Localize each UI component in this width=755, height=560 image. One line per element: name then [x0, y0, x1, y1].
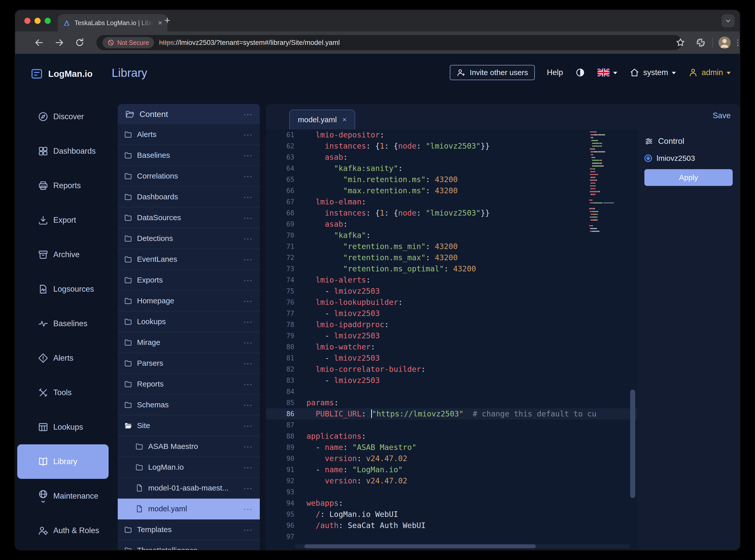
tree-row-threatintelligence[interactable]: ThreatIntelligence ···: [118, 540, 260, 550]
tree-row-menu-button[interactable]: ···: [243, 172, 253, 180]
tab-search-button[interactable]: [721, 14, 735, 27]
sidebar-item-dashboards[interactable]: Dashboards: [17, 134, 108, 168]
sidebar-item-lookups[interactable]: Lookups: [17, 410, 108, 444]
tree-row-label: Homepage: [137, 297, 174, 305]
extensions-puzzle-icon[interactable]: [695, 37, 706, 48]
tree-row-menu-button[interactable]: ···: [243, 276, 253, 284]
tree-row-eventlanes[interactable]: EventLanes ···: [118, 249, 260, 270]
sidebar-item-auth-roles[interactable]: Auth & Roles: [17, 513, 108, 548]
brand[interactable]: LogMan.io: [31, 67, 93, 80]
tree-row-logman-io[interactable]: LogMan.io ···: [118, 457, 260, 478]
tab-close-button[interactable]: ×: [158, 19, 162, 27]
tree-row-menu-button[interactable]: ···: [243, 484, 253, 492]
sidebar-item-discover[interactable]: Discover: [17, 99, 108, 134]
sidebar-item-reports[interactable]: Reports: [17, 168, 108, 203]
sidebar-item-label: Baselines: [53, 319, 87, 328]
not-secure-badge[interactable]: Not Secure: [102, 37, 154, 48]
tree-row-mirage[interactable]: Mirage ···: [118, 332, 260, 353]
horizontal-scrollbar[interactable]: [304, 544, 536, 548]
invite-users-button[interactable]: Invite other users: [450, 65, 535, 80]
tree-row-menu-button[interactable]: ···: [243, 400, 253, 409]
theme-toggle-button[interactable]: [575, 67, 585, 78]
folder-open-icon: [125, 109, 135, 119]
bookmark-star-icon[interactable]: [675, 37, 686, 48]
sidebar-item-archive[interactable]: Archive: [17, 237, 108, 272]
editor-tab-model-yaml[interactable]: model.yaml ×: [289, 109, 355, 129]
tree-row-menu-button[interactable]: ···: [243, 525, 253, 534]
sidebar-item-logsources[interactable]: Logsources: [17, 272, 108, 306]
sidebar-item-library[interactable]: Library: [17, 444, 108, 479]
reload-button[interactable]: [74, 37, 85, 48]
tree-row-menu-button[interactable]: ···: [243, 504, 253, 513]
profile-avatar[interactable]: [718, 37, 731, 49]
tree-row-exports[interactable]: Exports ···: [118, 270, 260, 291]
tree-row-baselines[interactable]: Baselines ···: [118, 145, 260, 166]
address-bar[interactable]: Not Secure https://lmiovz2503/?tenant=sy…: [96, 35, 682, 50]
tree-row-menu-button[interactable]: ···: [243, 463, 253, 472]
sidebar-item-export[interactable]: Export: [17, 203, 108, 237]
browser-menu-button[interactable]: ⋮: [733, 37, 740, 49]
tree-row-parsers[interactable]: Parsers ···: [118, 353, 260, 374]
language-selector[interactable]: [597, 68, 617, 77]
sidebar-item-baselines[interactable]: Baselines: [17, 306, 108, 341]
save-button[interactable]: Save: [713, 111, 731, 120]
sidebar-item-label: Tools: [53, 388, 72, 397]
tree-row-model-01-asab-maest[interactable]: model-01-asab-maest... ···: [118, 478, 260, 499]
file-icon: [135, 484, 144, 492]
folder-icon: [124, 234, 133, 243]
sidebar-item-alerts[interactable]: Alerts: [17, 341, 108, 375]
back-button[interactable]: [34, 37, 45, 48]
tree-row-homepage[interactable]: Homepage ···: [118, 291, 260, 312]
tree-row-lookups[interactable]: Lookups ···: [118, 312, 260, 332]
code-editor[interactable]: 61 lmio-depositor: 62 instances: {1: {no…: [266, 129, 637, 550]
tree-row-datasources[interactable]: DataSources ···: [118, 207, 260, 228]
tree-row-menu-button[interactable]: ···: [243, 421, 253, 430]
help-link[interactable]: Help: [547, 68, 563, 77]
tree-row-menu-button[interactable]: ···: [243, 338, 253, 347]
tree-row-menu-button[interactable]: ···: [243, 130, 253, 139]
tree-row-templates[interactable]: Templates ···: [118, 519, 260, 540]
apply-button[interactable]: Apply: [644, 169, 733, 186]
tree-row-menu-button[interactable]: ···: [243, 380, 253, 388]
tree-row-site[interactable]: Site ···: [118, 416, 260, 436]
window-zoom-button[interactable]: [45, 18, 51, 24]
tree-row-menu-button[interactable]: ···: [243, 297, 253, 305]
line-number: 92: [266, 475, 294, 486]
tree-panel-menu-button[interactable]: ···: [243, 110, 253, 118]
minimap[interactable]: [589, 131, 618, 238]
tree-row-menu-button[interactable]: ···: [243, 546, 253, 550]
tree-row-menu-button[interactable]: ···: [243, 193, 253, 201]
line-number: 65: [266, 174, 294, 185]
tree-row-detections[interactable]: Detections ···: [118, 228, 260, 249]
user-menu[interactable]: admin: [688, 67, 731, 78]
sidebar-item-label: Auth & Roles: [53, 526, 99, 535]
tree-row-model-yaml[interactable]: model.yaml ···: [118, 499, 260, 519]
tree-row-reports[interactable]: Reports ···: [118, 374, 260, 395]
tree-row-menu-button[interactable]: ···: [243, 359, 253, 367]
editor-tab-close-button[interactable]: ×: [342, 116, 346, 124]
new-tab-button[interactable]: +: [164, 15, 170, 26]
tree-row-menu-button[interactable]: ···: [243, 317, 253, 326]
sidebar-item-maintenance[interactable]: Maintenance: [17, 479, 108, 513]
tree-row-menu-button[interactable]: ···: [243, 255, 253, 263]
tree-row-dashboards[interactable]: Dashboards ···: [118, 187, 260, 207]
tree-row-menu-button[interactable]: ···: [243, 151, 253, 160]
forward-button[interactable]: [54, 37, 65, 48]
tree-row-correlations[interactable]: Correlations ···: [118, 166, 260, 187]
tree-row-alerts[interactable]: Alerts ···: [118, 124, 260, 145]
tenant-selector[interactable]: system: [630, 67, 676, 78]
tree-row-asab-maestro[interactable]: ASAB Maestro ···: [118, 436, 260, 457]
tree-row-menu-button[interactable]: ···: [243, 234, 253, 243]
tree-row-schemas[interactable]: Schemas ···: [118, 395, 260, 416]
window-close-button[interactable]: [24, 18, 31, 24]
node-radio-option[interactable]: lmiovz2503: [644, 154, 733, 163]
window-minimize-button[interactable]: [35, 18, 41, 24]
sidebar-item-tools[interactable]: Tools: [17, 375, 108, 410]
code-line: 79 - lmiovz2503: [266, 330, 637, 341]
vertical-scrollbar[interactable]: [630, 389, 635, 498]
tree-row-menu-button[interactable]: ···: [243, 213, 253, 222]
tree-row-menu-button[interactable]: ···: [243, 442, 253, 451]
browser-tab[interactable]: TeskaLabs LogMan.io | Libra ×: [58, 14, 167, 32]
code-line: 69 asab:: [266, 219, 637, 230]
folder-icon: [124, 338, 133, 347]
